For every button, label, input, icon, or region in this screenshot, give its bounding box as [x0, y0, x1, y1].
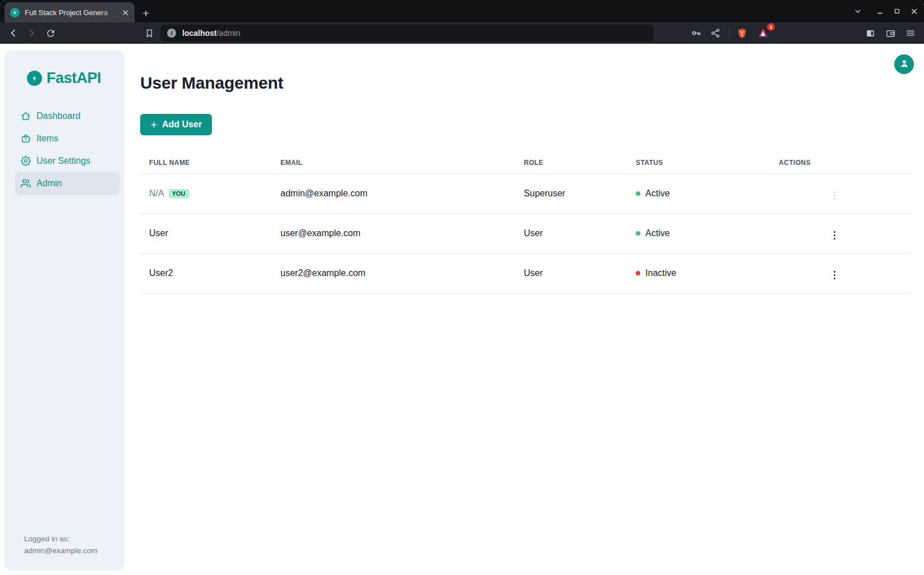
menu-hamburger-icon[interactable]: [903, 25, 918, 41]
tab-title-fade: [102, 2, 121, 22]
cell-status: Inactive: [627, 254, 770, 293]
new-tab-button[interactable]: +: [142, 7, 149, 19]
bookmark-icon[interactable]: [141, 25, 157, 41]
cell-role: User: [515, 214, 627, 254]
url-text: localhost/admin: [182, 29, 241, 38]
sidebar-item-admin[interactable]: Admin: [15, 172, 120, 195]
address-bar[interactable]: i localhost/admin: [160, 25, 654, 42]
plus-icon: [150, 121, 158, 128]
sidebar-item-user-settings[interactable]: User Settings: [15, 150, 120, 172]
cell-email: user@example.com: [271, 214, 515, 254]
browser-tab[interactable]: Full Stack Project Genera ✕: [4, 2, 135, 22]
tab-search-chevron-icon[interactable]: [851, 4, 865, 18]
add-user-label: Add User: [162, 119, 202, 130]
add-user-button[interactable]: Add User: [140, 114, 212, 135]
page-title: User Management: [140, 73, 913, 93]
sidebar-item-dashboard[interactable]: Dashboard: [15, 105, 120, 127]
users-table: FULL NAME EMAIL ROLE STATUS ACTIONS N/AY…: [140, 159, 913, 293]
cell-email: user2@example.com: [271, 254, 515, 293]
window-minimize-button[interactable]: [874, 4, 887, 18]
status-label: Active: [645, 188, 670, 199]
full-name-value: N/A: [149, 188, 164, 198]
main-content: User Management Add User FULL NAME EMAIL…: [140, 44, 913, 293]
row-actions-menu-icon: [831, 189, 838, 203]
status-label: Inactive: [645, 268, 676, 278]
cell-status: Active: [627, 214, 770, 254]
sidebar-footer: Logged in as: admin@example.com: [24, 533, 98, 557]
row-actions-menu-icon[interactable]: [831, 269, 838, 282]
you-badge: YOU: [169, 189, 189, 198]
share-icon[interactable]: [708, 25, 723, 41]
users-icon: [21, 178, 31, 188]
favicon-bolt-icon: [10, 8, 20, 17]
status-dot: [636, 231, 640, 236]
header-status: STATUS: [627, 159, 770, 174]
cell-full-name: User: [140, 214, 271, 254]
sidebar-item-label: Admin: [36, 178, 62, 188]
fastapi-logo: FastAPI: [27, 70, 124, 87]
home-icon: [21, 111, 31, 121]
table-row: User2 user2@example.com User Inactive: [140, 254, 913, 293]
header-email: EMAIL: [271, 159, 515, 174]
status-dot: [636, 271, 640, 275]
back-button[interactable]: [6, 25, 21, 41]
password-key-icon[interactable]: [689, 25, 704, 41]
sidebar-item-label: Items: [36, 134, 58, 144]
logged-in-email: admin@example.com: [24, 545, 98, 557]
cell-actions: [770, 254, 913, 293]
header-actions: ACTIONS: [770, 159, 913, 174]
browser-window: Full Stack Project Genera ✕ +: [0, 0, 924, 575]
sidebar-item-label: Dashboard: [36, 111, 80, 121]
table-row: User user@example.com User Active: [140, 214, 913, 254]
cell-full-name: N/AYOU: [140, 174, 271, 214]
header-full-name: FULL NAME: [140, 159, 271, 174]
brave-shield-icon[interactable]: [734, 25, 750, 41]
logged-in-label: Logged in as:: [24, 533, 98, 545]
browser-toolbar: i localhost/admin 1: [0, 22, 924, 44]
site-info-icon[interactable]: i: [167, 29, 176, 38]
cell-role: Superuser: [515, 174, 627, 214]
sidebar-nav: Dashboard Items User Settings: [4, 105, 124, 195]
url-path: /admin: [216, 29, 240, 38]
window-close-button[interactable]: [907, 4, 921, 18]
cell-role: User: [515, 254, 627, 293]
gear-icon: [21, 156, 31, 166]
rewards-notification-badge: 1: [767, 23, 775, 31]
tab-close-icon[interactable]: ✕: [119, 7, 131, 18]
logo-text: FastAPI: [47, 70, 101, 87]
row-actions-menu-icon[interactable]: [831, 229, 838, 242]
sidebar-item-label: User Settings: [36, 156, 90, 166]
brave-rewards-icon[interactable]: 1: [755, 25, 771, 41]
fastapi-bolt-icon: [27, 71, 42, 86]
cell-actions: [770, 174, 913, 214]
briefcase-icon: [21, 134, 31, 144]
cell-status: Active: [627, 174, 770, 214]
wallet-icon[interactable]: [883, 25, 898, 41]
table-header-row: FULL NAME EMAIL ROLE STATUS ACTIONS: [140, 159, 913, 174]
sidebar-item-items[interactable]: Items: [15, 127, 120, 150]
header-role: ROLE: [515, 159, 627, 174]
tab-strip: Full Stack Project Genera ✕ +: [0, 0, 924, 22]
reload-button[interactable]: [43, 25, 58, 41]
url-host: localhost: [182, 29, 216, 38]
status-label: Active: [645, 228, 670, 238]
sidebar: FastAPI Dashboard Items: [4, 50, 124, 571]
app-canvas: FastAPI Dashboard Items: [0, 44, 924, 575]
table-row: N/AYOU admin@example.com Superuser Activ…: [140, 174, 913, 214]
toolbar-divider: [729, 28, 729, 38]
status-dot: [636, 191, 640, 196]
sidebar-panel-icon[interactable]: [862, 25, 878, 41]
forward-button[interactable]: [24, 25, 39, 41]
window-maximize-button[interactable]: [890, 4, 904, 18]
cell-full-name: User2: [140, 254, 271, 293]
cell-actions: [770, 214, 913, 254]
cell-email: admin@example.com: [271, 174, 515, 214]
